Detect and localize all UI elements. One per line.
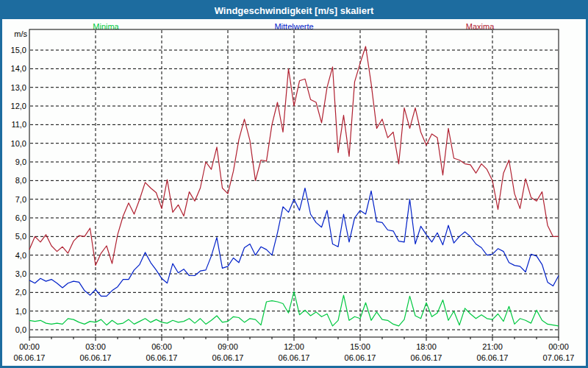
x-tick-date-label: 06.06.17 (14, 353, 46, 362)
y-tick-label: 15,0 (11, 46, 26, 54)
x-tick-time-label: 12:00 (284, 342, 304, 351)
y-tick-label: 2,0 (15, 288, 26, 297)
x-tick-time-label: 06:00 (151, 342, 172, 351)
y-tick-label: 13,0 (11, 83, 26, 92)
y-tick-label: 3,0 (15, 269, 26, 278)
x-tick-time-label: 09:00 (218, 342, 238, 351)
x-tick-date-label: 06.06.17 (80, 353, 112, 362)
x-tick-date-label: 06.06.17 (411, 353, 442, 362)
wind-speed-chart-window: Windgeschwindigkeit [m/s] skaliert Minim… (0, 0, 588, 368)
y-tick-label: 11,0 (11, 120, 26, 129)
x-tick-time-label: 03:00 (85, 342, 106, 351)
x-tick-date-label: 06.06.17 (345, 353, 376, 362)
y-tick-label: 9,0 (15, 158, 26, 166)
x-tick-time-label: 21:00 (482, 342, 503, 351)
x-tick-time-label: 15:00 (350, 342, 370, 351)
x-tick-time-label: 00:00 (19, 342, 40, 351)
plot-frame (29, 29, 559, 337)
y-tick-label: 8,0 (15, 176, 26, 185)
x-tick-date-label: 06.06.17 (279, 353, 310, 362)
x-tick-time-label: 00:00 (548, 342, 569, 351)
y-tick-label: 1,0 (15, 307, 26, 316)
x-tick-date-label: 06.06.17 (146, 353, 178, 362)
x-tick-date-label: 07.06.17 (543, 353, 575, 362)
x-tick-time-label: 18:00 (416, 342, 437, 351)
y-tick-label: 10,0 (11, 139, 26, 148)
x-tick-date-label: 06.06.17 (477, 353, 509, 362)
wind-speed-plot: 15,014,013,012,011,010,09,08,07,06,05,04… (2, 2, 586, 366)
y-tick-label: 4,0 (15, 251, 26, 260)
y-tick-label: 7,0 (15, 195, 26, 204)
y-tick-label: 12,0 (11, 102, 26, 110)
y-tick-label: 6,0 (15, 213, 26, 222)
y-tick-label: 5,0 (15, 232, 26, 241)
y-tick-label: 0,0 (15, 325, 26, 334)
gridlines (30, 30, 558, 336)
y-tick-label: 14,0 (11, 64, 26, 73)
x-tick-date-label: 06.06.17 (212, 353, 244, 362)
